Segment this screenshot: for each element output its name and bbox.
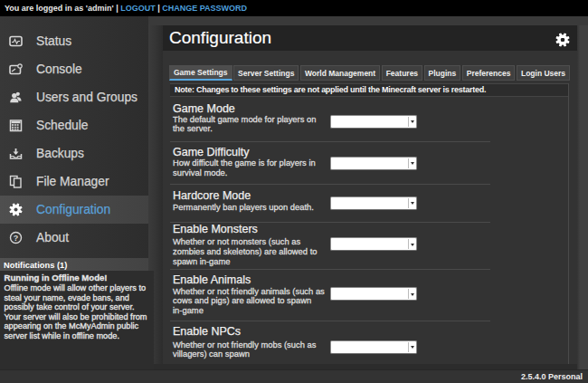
svg-text:?: ? bbox=[14, 234, 19, 243]
